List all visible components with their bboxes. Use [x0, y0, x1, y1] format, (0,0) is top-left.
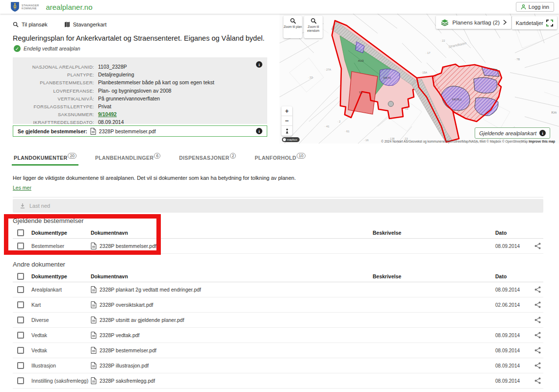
document-name-link[interactable]: 2328P bestemmelser.pdf: [91, 243, 373, 249]
column-header: Beskrivelse: [373, 230, 495, 236]
bestemmelser-bar-file: 2328P bestemmelser.pdf: [99, 128, 156, 134]
bestemmelser-bar[interactable]: Se gjeldende bestemmelser: 2328P bestemm…: [13, 125, 267, 137]
gjeldende-arealplankart-button[interactable]: Gjeldende arealplankart i: [475, 127, 550, 139]
row-checkbox[interactable]: [17, 317, 24, 323]
row-checkbox[interactable]: [17, 362, 24, 369]
column-header: Dato: [495, 230, 532, 236]
tab-label: DISPENSASJONER: [179, 155, 229, 161]
field-value: Planbestemmelser både på kart og som ege…: [98, 79, 214, 85]
kartdetaljer-label: Kartdetaljer: [516, 20, 543, 26]
divider: [13, 197, 543, 197]
tab-planbehandlinger[interactable]: PLANBEHANDLINGER6: [94, 150, 161, 166]
table-row: Bestemmelser 2328P bestemmelser.pdf 08.0…: [13, 239, 543, 254]
status-badge: Endelig vedtatt arealplan: [24, 46, 80, 51]
column-header: Dato: [495, 273, 532, 279]
svg-text:F/K/T6.1: F/K/T6.1: [452, 98, 461, 101]
share-icon: [534, 377, 541, 384]
share-button[interactable]: [532, 301, 543, 308]
mapbox-logo[interactable]: mapbox: [282, 137, 300, 142]
field-value: Privat: [98, 103, 111, 109]
map-viewport[interactable]: · 23· 27A· 41 · 19· 2· 61 · 17· 22· 15A …: [280, 14, 559, 144]
date-cell: 08.09.2014: [495, 363, 532, 368]
row-checkbox[interactable]: [17, 332, 24, 339]
breadcrumb: Til plansøk Stavangerkart: [13, 22, 106, 27]
document-name-link[interactable]: 2328P utsnitt av gjeldende planer.pdf: [91, 317, 373, 323]
select-all-checkbox[interactable]: [17, 273, 24, 280]
share-button[interactable]: [532, 377, 543, 384]
tab-count-badge: 20: [68, 153, 76, 159]
document-name-link[interactable]: 2328P plankart 2g vedtatt med endringer.…: [91, 286, 373, 293]
zoom-in-button[interactable]: +: [281, 106, 292, 116]
improve-map-link[interactable]: Improve this map: [529, 140, 555, 143]
tab-label: PLANFORHOLD: [254, 155, 296, 161]
date-cell: 02.06.2014: [495, 302, 532, 308]
search-icon: [310, 18, 317, 24]
row-checkbox[interactable]: [17, 286, 24, 293]
table-row: Illustrasjon 2328P illustrasjon.pdf 08.0…: [13, 358, 543, 373]
document-name-link[interactable]: 2328P bestemmelser.pdf: [91, 347, 373, 354]
page-title: Reguleringsplan for Ankerkvartalet og St…: [13, 34, 273, 42]
info-icon[interactable]: i: [256, 61, 262, 68]
zoom-out-button[interactable]: −: [281, 116, 292, 126]
document-name-label: 2328P bestemmelser.pdf: [100, 243, 156, 249]
share-button[interactable]: [532, 286, 543, 293]
document-name-link[interactable]: 2328P illustrasjon.pdf: [91, 362, 373, 369]
map-icon: [64, 22, 70, 27]
street-label: Strandkaien: [448, 41, 467, 49]
intro-text: Her ligger de viktigste dokumentene til …: [13, 175, 454, 181]
share-icon: [534, 347, 541, 354]
planens-kartlag-button[interactable]: Planens kartlag (2): [436, 16, 511, 29]
table-row: Kart 2328P oversiktskart.pdf 02.06.2014: [13, 297, 543, 313]
info-icon[interactable]: i: [256, 128, 262, 134]
locate-button[interactable]: [281, 126, 292, 136]
share-button[interactable]: [532, 347, 543, 354]
share-icon: [534, 243, 541, 249]
field-value: På grunnen/vannoverflaten: [98, 96, 160, 101]
les-mer-link[interactable]: Les mer: [13, 185, 31, 191]
zoom-til-plan-button[interactable]: Zoom til plan: [283, 16, 302, 38]
document-type-cell: Diverse: [31, 317, 91, 323]
share-button[interactable]: [532, 362, 543, 369]
map-scale-label: Km: [552, 111, 557, 114]
tab-count-badge: 10: [297, 153, 305, 159]
document-type-cell: Illustrasjon: [31, 363, 91, 368]
download-button[interactable]: Last ned: [13, 199, 543, 213]
plan-field-row: PLANTYPE:Detaljregulering: [20, 72, 260, 77]
svg-text:· 15A: · 15A: [421, 71, 427, 74]
tab-dispensasjoner[interactable]: DISPENSASJONER2: [178, 150, 237, 166]
share-button[interactable]: [532, 332, 543, 339]
document-type-cell: Bestemmelser: [31, 243, 91, 249]
section-heading: Gjeldende bestemmelser: [13, 217, 543, 224]
select-all-checkbox[interactable]: [17, 229, 24, 236]
tab-plandokumenter[interactable]: PLANDOKUMENTER20: [13, 150, 77, 166]
document-name-link[interactable]: 2328P oversiktskart.pdf: [91, 301, 373, 308]
plan-field-row: VERTIKALNIVÅ:På grunnen/vannoverflaten: [20, 96, 260, 101]
share-button[interactable]: [532, 317, 543, 323]
section-heading: Andre dokumenter: [13, 261, 543, 268]
login-button[interactable]: Logg inn: [516, 2, 554, 12]
map-zoom-control: + −: [281, 106, 292, 136]
document-name-link[interactable]: 2328P vedtak.pdf: [91, 332, 373, 339]
row-checkbox[interactable]: [17, 243, 24, 249]
row-checkbox[interactable]: [17, 347, 24, 354]
zoom-til-plan-label: Zoom til plan: [283, 25, 302, 29]
pdf-file-icon: [91, 332, 97, 339]
share-icon: [534, 286, 541, 293]
breadcrumb-stavangerkart[interactable]: Stavangerkart: [64, 22, 106, 27]
saksnummer-link[interactable]: 9/10492: [98, 111, 117, 117]
breadcrumb-plansok[interactable]: Til plansøk: [13, 22, 48, 27]
brand-name[interactable]: arealplaner.no: [46, 3, 92, 11]
column-header: Dokumenttype: [31, 230, 91, 236]
svg-text:· 22: · 22: [440, 39, 445, 42]
kartdetaljer-button[interactable]: Kartdetaljer: [512, 16, 557, 29]
document-name-link[interactable]: 2328P saksfremlegg.pdf: [91, 377, 373, 384]
zoom-til-eiendom-button[interactable]: Zoom til eiendom: [304, 16, 323, 38]
row-checkbox[interactable]: [17, 377, 24, 384]
share-button[interactable]: [532, 243, 543, 249]
row-checkbox[interactable]: [17, 301, 24, 308]
svg-text:· 2: · 2: [337, 120, 340, 123]
svg-text:· 23: · 23: [308, 76, 312, 79]
tab-planforhold[interactable]: PLANFORHOLD10: [254, 150, 306, 166]
field-value: Plan- og bygningsloven av 2008: [98, 88, 171, 94]
tab-count-badge: 2: [230, 153, 236, 159]
